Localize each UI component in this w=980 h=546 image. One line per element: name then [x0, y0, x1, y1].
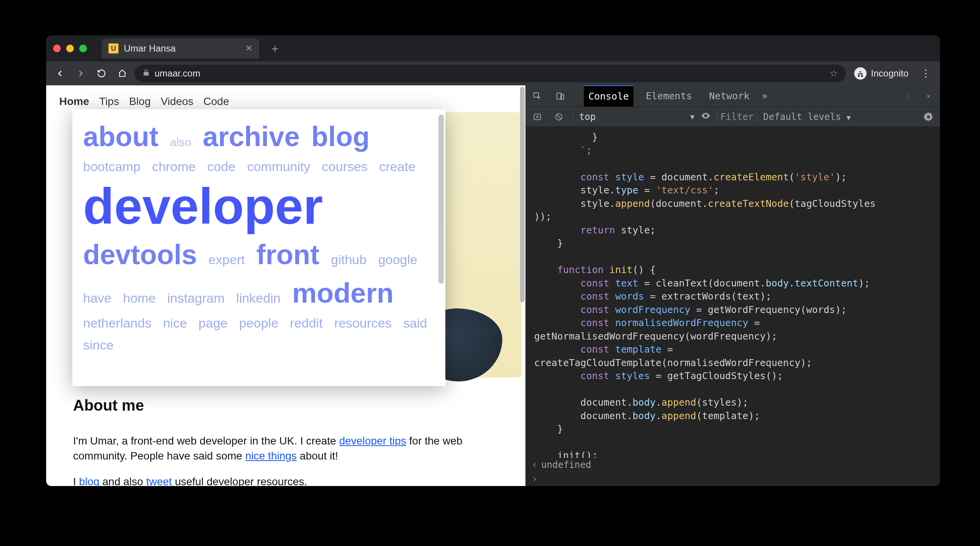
tag-github: github: [331, 252, 367, 267]
tagcloud-scrollbar-thumb[interactable]: [438, 115, 444, 284]
tag-home: home: [123, 291, 156, 306]
tag-developer: developer: [83, 181, 323, 232]
console-code[interactable]: } `; const style = document.createElemen…: [526, 127, 940, 458]
log-levels-selector[interactable]: Default levels ▼: [763, 112, 851, 122]
divider: [573, 112, 573, 122]
browser-window: U Umar Hansa ✕ ＋ um: [46, 35, 940, 486]
url-text: umaar.com: [155, 68, 200, 79]
incognito-label: Incognito: [871, 68, 908, 79]
close-tab-icon[interactable]: ✕: [245, 43, 252, 53]
tab-network[interactable]: Network: [704, 85, 754, 107]
about-p1: I'm Umar, a front-end web developer in t…: [73, 433, 506, 463]
chevron-down-icon: ▼: [847, 113, 851, 122]
tag-resources: resources: [334, 316, 392, 331]
tag-code: code: [207, 159, 236, 174]
tag-people: people: [239, 316, 278, 331]
tag-community: community: [247, 159, 310, 174]
about-p2-b: and also: [100, 476, 146, 486]
tag-chrome: chrome: [152, 159, 195, 174]
bookmark-icon[interactable]: ☆: [830, 68, 838, 79]
about-p2: I blog and also tweet useful developer r…: [73, 474, 506, 486]
context-selector[interactable]: top ▼: [579, 112, 695, 122]
live-expression-icon[interactable]: [701, 111, 711, 123]
browser-menu-icon[interactable]: ⋮: [917, 68, 935, 80]
minimize-window-button[interactable]: [66, 45, 74, 52]
new-tab-button[interactable]: ＋: [265, 41, 285, 57]
tag-expert: expert: [208, 252, 245, 267]
context-value: top: [579, 112, 596, 122]
clear-console-icon[interactable]: [551, 109, 567, 125]
content-split: Home Tips Blog Videos Code aboutalsoarch: [46, 85, 940, 486]
tag-archive: archive: [203, 121, 300, 152]
browser-tab[interactable]: U Umar Hansa ✕: [102, 38, 259, 58]
tag-cloud: aboutalsoarchiveblogbootcampchromecodeco…: [72, 109, 445, 386]
tagcloud-scrollbar[interactable]: [438, 115, 444, 381]
console-toolbar: top ▼ Filter Default levels ▼: [526, 107, 940, 127]
devtools-menu-icon[interactable]: ⋮: [900, 88, 915, 104]
console-result-value: undefined: [541, 459, 591, 470]
tag-google: google: [378, 252, 417, 267]
devtools-tabs: Console Elements Network » ⋮ ✕: [526, 85, 940, 107]
tag-said: said: [403, 316, 427, 331]
window-controls: [53, 45, 87, 52]
tag-reddit: reddit: [290, 316, 323, 331]
close-window-button[interactable]: [53, 45, 61, 52]
maximize-window-button[interactable]: [79, 45, 87, 52]
forward-button[interactable]: [72, 65, 89, 82]
tag-have: have: [83, 291, 112, 306]
console-prompt[interactable]: ›: [526, 472, 940, 486]
chevron-down-icon: ▼: [690, 113, 695, 121]
log-levels-label: Default levels: [763, 112, 841, 122]
tag-front: front: [257, 239, 320, 270]
link-tweet[interactable]: tweet: [146, 476, 172, 486]
output-arrow-icon: ‹: [532, 459, 537, 470]
about-p2-a: I: [73, 476, 79, 486]
tag-about: about: [83, 121, 158, 152]
nav-home[interactable]: Home: [59, 95, 89, 108]
tag-create: create: [379, 159, 416, 174]
home-button[interactable]: [114, 65, 131, 82]
filter-input[interactable]: Filter: [717, 112, 757, 122]
inspect-element-icon[interactable]: [530, 88, 545, 104]
link-blog[interactable]: blog: [79, 476, 100, 486]
more-tabs-icon[interactable]: »: [762, 91, 767, 102]
console-settings-icon[interactable]: [921, 109, 936, 125]
link-nice-things[interactable]: nice things: [245, 450, 297, 462]
tab-console[interactable]: Console: [584, 85, 633, 107]
nav-blog[interactable]: Blog: [129, 95, 151, 108]
tag-page: page: [198, 316, 228, 331]
console-run-icon[interactable]: [530, 109, 545, 125]
nav-tips[interactable]: Tips: [99, 95, 119, 108]
link-developer-tips[interactable]: developer tips: [339, 435, 406, 447]
lock-icon: [142, 69, 150, 78]
favicon-icon: U: [108, 43, 118, 53]
nav-code[interactable]: Code: [203, 95, 229, 108]
about-heading: About me: [73, 397, 506, 414]
tag-nice: nice: [163, 316, 187, 331]
address-bar[interactable]: umaar.com ☆: [135, 65, 846, 82]
tag-modern: modern: [292, 277, 393, 309]
tag-bootcamp: bootcamp: [83, 159, 140, 174]
about-p2-c: useful developer resources.: [172, 476, 307, 486]
page-scrollbar-thumb[interactable]: [520, 87, 525, 302]
tag-linkedin: linkedin: [236, 291, 280, 306]
devtools-close-icon[interactable]: ✕: [921, 88, 936, 104]
about-p1-c: about it!: [297, 450, 338, 462]
toolbar: umaar.com ☆ Incognito ⋮: [46, 62, 940, 85]
tab-elements[interactable]: Elements: [641, 85, 697, 107]
about-section: About me I'm Umar, a front-end web devel…: [73, 397, 506, 486]
nav-videos[interactable]: Videos: [161, 95, 193, 108]
devtools-panel: Console Elements Network » ⋮ ✕: [525, 85, 940, 486]
back-button[interactable]: [52, 65, 68, 82]
tag-blog: blog: [311, 121, 370, 152]
tag-since: since: [83, 338, 113, 353]
device-toolbar-icon[interactable]: [553, 88, 568, 104]
reload-button[interactable]: [93, 65, 110, 82]
incognito-chip[interactable]: Incognito: [850, 66, 913, 81]
prompt-arrow-icon: ›: [532, 474, 537, 484]
incognito-icon: [854, 67, 867, 80]
about-p1-a: I'm Umar, a front-end web developer in t…: [73, 435, 339, 447]
tag-devtools: devtools: [83, 239, 197, 270]
tab-title: Umar Hansa: [124, 43, 240, 54]
page-viewport: Home Tips Blog Videos Code aboutalsoarch: [46, 85, 525, 486]
